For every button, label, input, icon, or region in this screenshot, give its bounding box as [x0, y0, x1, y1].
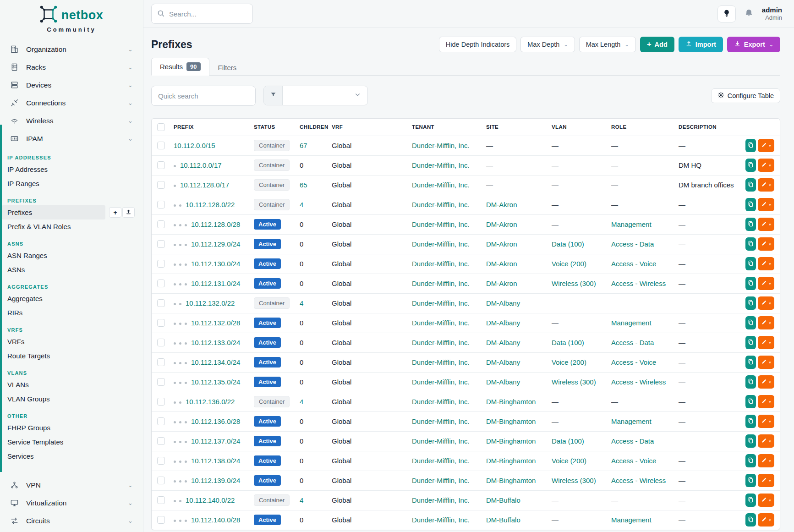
- children-count-link[interactable]: 4: [300, 496, 303, 504]
- sidebar-item-vlan-groups[interactable]: VLAN Groups: [0, 392, 143, 406]
- sidebar-item-wireless[interactable]: Wireless⌄: [0, 112, 143, 130]
- vlan-link[interactable]: Data (100): [552, 437, 584, 445]
- sidebar-item-fhrp-groups[interactable]: FHRP Groups: [0, 421, 143, 435]
- vlan-link[interactable]: Wireless (300): [552, 378, 596, 386]
- sidebar-item-prefix-vlan-roles[interactable]: Prefix & VLAN Roles: [0, 219, 143, 234]
- prefix-link[interactable]: 10.112.131.0/24: [191, 280, 240, 287]
- edit-dropdown-button[interactable]: ▾: [758, 356, 774, 369]
- site-link[interactable]: DM-Albany: [486, 319, 520, 327]
- clone-button[interactable]: [745, 395, 756, 408]
- tenant-link[interactable]: Dunder-Mifflin, Inc.: [412, 319, 470, 327]
- edit-dropdown-button[interactable]: ▾: [758, 395, 774, 408]
- theme-toggle-button[interactable]: [717, 5, 736, 22]
- role-link[interactable]: Access - Wireless: [611, 378, 666, 386]
- user-menu[interactable]: admin Admin: [762, 6, 782, 22]
- edit-dropdown-button[interactable]: ▾: [758, 454, 774, 467]
- role-link[interactable]: Access - Data: [611, 437, 654, 445]
- site-link[interactable]: DM-Binghamton: [486, 437, 536, 445]
- row-checkbox[interactable]: [157, 201, 165, 208]
- hide-depth-indicators-button[interactable]: Hide Depth Indicators: [439, 37, 516, 52]
- role-link[interactable]: Access - Data: [611, 240, 654, 248]
- prefix-link[interactable]: 10.112.0.0/15: [174, 142, 215, 149]
- site-link[interactable]: DM-Albany: [486, 358, 520, 366]
- role-link[interactable]: Management: [611, 417, 652, 425]
- tenant-link[interactable]: Dunder-Mifflin, Inc.: [412, 516, 470, 524]
- sidebar-item-circuits[interactable]: Circuits⌄: [0, 512, 143, 530]
- row-checkbox[interactable]: [157, 437, 165, 445]
- row-checkbox[interactable]: [157, 358, 165, 366]
- tenant-link[interactable]: Dunder-Mifflin, Inc.: [412, 260, 470, 268]
- prefix-link[interactable]: 10.112.137.0/24: [191, 437, 240, 445]
- column-header-children[interactable]: CHILDREN: [296, 119, 328, 136]
- sidebar-item-virtualization[interactable]: Virtualization⌄: [0, 494, 143, 512]
- prefix-link[interactable]: 10.112.136.0/22: [186, 398, 235, 406]
- prefix-link[interactable]: 10.112.140.0/28: [191, 516, 240, 524]
- clone-button[interactable]: [745, 356, 756, 369]
- tenant-link[interactable]: Dunder-Mifflin, Inc.: [412, 161, 470, 169]
- site-link[interactable]: DM-Akron: [486, 260, 517, 268]
- row-checkbox[interactable]: [157, 220, 165, 228]
- edit-dropdown-button[interactable]: ▾: [758, 139, 774, 152]
- role-link[interactable]: Access - Data: [611, 339, 654, 346]
- clone-button[interactable]: [745, 139, 756, 152]
- column-header-tenant[interactable]: TENANT: [408, 119, 482, 136]
- sidebar-item-vpn[interactable]: VPN⌄: [0, 476, 143, 494]
- import-button[interactable]: Import: [679, 37, 723, 52]
- vlan-link[interactable]: Data (100): [552, 339, 584, 346]
- site-link[interactable]: DM-Buffalo: [486, 496, 520, 504]
- vlan-link[interactable]: Voice (200): [552, 457, 586, 465]
- vlan-link[interactable]: Data (100): [552, 240, 584, 248]
- sidebar-item-ip-addresses[interactable]: IP Addresses: [0, 162, 143, 176]
- sidebar-item-service-templates[interactable]: Service Templates: [0, 435, 143, 449]
- edit-dropdown-button[interactable]: ▾: [758, 218, 774, 231]
- clone-button[interactable]: [745, 198, 756, 211]
- row-checkbox[interactable]: [157, 260, 165, 268]
- clone-button[interactable]: [745, 336, 756, 349]
- children-count-link[interactable]: 4: [300, 299, 303, 307]
- sidebar-item-route-targets[interactable]: Route Targets: [0, 349, 143, 363]
- sidebar-item-connections[interactable]: Connections⌄: [0, 94, 143, 112]
- edit-dropdown-button[interactable]: ▾: [758, 434, 774, 448]
- clone-button[interactable]: [745, 494, 756, 507]
- role-link[interactable]: Access - Voice: [611, 260, 656, 268]
- column-header-description[interactable]: DESCRIPTION: [675, 119, 742, 136]
- vlan-link[interactable]: Voice (200): [552, 260, 586, 268]
- site-link[interactable]: DM-Buffalo: [486, 516, 520, 524]
- clone-button[interactable]: [745, 178, 756, 192]
- sidebar-item-organization[interactable]: Organization⌄: [0, 40, 143, 58]
- row-checkbox[interactable]: [157, 142, 165, 149]
- sidebar-item-devices[interactable]: Devices⌄: [0, 76, 143, 94]
- column-header-role[interactable]: ROLE: [608, 119, 675, 136]
- import-prefixes-button[interactable]: [122, 207, 135, 218]
- row-checkbox[interactable]: [157, 417, 165, 425]
- filter-button[interactable]: [264, 86, 283, 105]
- edit-dropdown-button[interactable]: ▾: [758, 237, 774, 251]
- row-checkbox[interactable]: [157, 496, 165, 504]
- role-link[interactable]: Management: [611, 220, 652, 228]
- site-link[interactable]: DM-Akron: [486, 201, 517, 208]
- site-link[interactable]: DM-Akron: [486, 240, 517, 248]
- tenant-link[interactable]: Dunder-Mifflin, Inc.: [412, 240, 470, 248]
- prefix-link[interactable]: 10.112.133.0/24: [191, 339, 240, 346]
- tab-results[interactable]: Results 90: [151, 58, 209, 76]
- sidebar-item-aggregates[interactable]: Aggregates: [0, 291, 143, 306]
- edit-dropdown-button[interactable]: ▾: [758, 336, 774, 349]
- site-link[interactable]: DM-Albany: [486, 299, 520, 307]
- role-link[interactable]: Access - Voice: [611, 457, 656, 465]
- row-checkbox[interactable]: [157, 477, 165, 484]
- tenant-link[interactable]: Dunder-Mifflin, Inc.: [412, 220, 470, 228]
- row-checkbox[interactable]: [157, 181, 165, 189]
- prefix-link[interactable]: 10.112.136.0/28: [191, 417, 240, 425]
- prefix-link[interactable]: 10.112.130.0/24: [191, 260, 240, 268]
- role-link[interactable]: Management: [611, 319, 652, 327]
- prefix-link[interactable]: 10.112.140.0/22: [186, 496, 235, 504]
- add-prefix-button[interactable]: +: [109, 207, 121, 218]
- role-link[interactable]: Access - Voice: [611, 358, 656, 366]
- vlan-link[interactable]: Wireless (300): [552, 280, 596, 287]
- site-link[interactable]: DM-Binghamton: [486, 398, 536, 406]
- sidebar-item-asns[interactable]: ASNs: [0, 263, 143, 277]
- edit-dropdown-button[interactable]: ▾: [758, 159, 774, 172]
- tenant-link[interactable]: Dunder-Mifflin, Inc.: [412, 477, 470, 484]
- edit-dropdown-button[interactable]: ▾: [758, 474, 774, 487]
- row-checkbox[interactable]: [157, 516, 165, 524]
